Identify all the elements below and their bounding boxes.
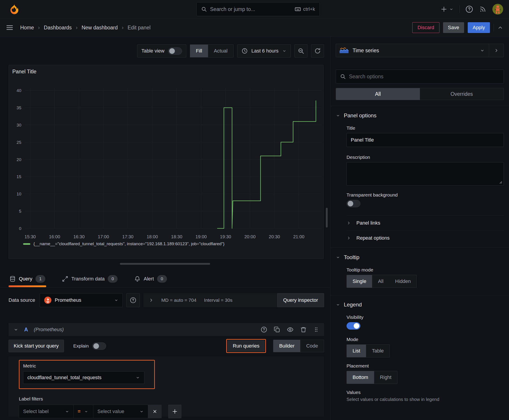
placement-right-option[interactable]: Right <box>374 371 397 384</box>
description-label: Description <box>347 155 504 160</box>
repeat-options-section[interactable]: Repeat options <box>347 231 504 246</box>
menu-icon[interactable] <box>6 24 14 31</box>
metric-highlight: Metric cloudflared_tunnel_total_requests <box>19 360 155 389</box>
fill-option[interactable]: Fill <box>190 45 208 57</box>
query-inspector-button[interactable]: Query inspector <box>277 293 324 307</box>
legend-series-dash[interactable] <box>23 243 30 245</box>
remove-filter-button[interactable] <box>148 405 162 418</box>
tooltip-all-option[interactable]: All <box>372 275 389 288</box>
select-label-dropdown[interactable]: Select label <box>19 405 74 418</box>
explain-label: Explain <box>73 343 89 349</box>
transform-count-badge: 0 <box>108 275 118 283</box>
panel-options-title: Panel options <box>344 112 376 119</box>
panel-title-input[interactable] <box>347 133 504 147</box>
scrollbar-thumb[interactable] <box>326 208 328 227</box>
global-search-input[interactable]: Search or jump to... ctrl+k <box>196 2 320 16</box>
select-value-dropdown[interactable]: Select value <box>93 405 148 418</box>
run-queries-button[interactable]: Run queries <box>228 340 265 352</box>
operator-dropdown[interactable]: = <box>74 405 93 418</box>
help-icon[interactable] <box>465 5 473 13</box>
eye-icon[interactable] <box>287 326 294 333</box>
actual-option[interactable]: Actual <box>208 45 233 57</box>
panel-toolbar: Table view Fill Actual Last 6 hours <box>0 45 324 57</box>
kick-start-query-button[interactable]: Kick start your query <box>8 340 64 352</box>
svg-text:15:30: 15:30 <box>24 234 36 239</box>
overrides-tab[interactable]: Overrides <box>420 88 504 100</box>
breadcrumb-dashboards[interactable]: Dashboards <box>44 25 72 31</box>
apply-button[interactable]: Apply <box>468 22 490 33</box>
builder-option[interactable]: Builder <box>273 340 300 352</box>
query-a-header[interactable]: A (Prometheus) <box>8 323 324 336</box>
svg-text:15: 15 <box>17 174 21 179</box>
breadcrumb-new-dashboard[interactable]: New dashboard <box>82 25 118 31</box>
datasource-help-button[interactable] <box>126 293 140 307</box>
code-option[interactable]: Code <box>300 340 324 352</box>
svg-text:16:00: 16:00 <box>49 234 60 239</box>
svg-text:40: 40 <box>17 88 21 93</box>
breadcrumb-bar: Home › Dashboards › New dashboard › Edit… <box>0 19 509 37</box>
legend-table-option[interactable]: Table <box>366 345 390 357</box>
zoom-out-button[interactable] <box>295 45 307 57</box>
transform-icon <box>62 276 68 282</box>
keyboard-icon <box>295 6 301 12</box>
tooltip-section-header[interactable]: Tooltip <box>336 254 504 261</box>
interval-value: Interval = 30s <box>204 298 233 303</box>
viz-type-label: Time series <box>353 48 379 54</box>
collapse-options-button[interactable] <box>489 44 504 57</box>
legend-visibility-toggle[interactable] <box>347 322 360 330</box>
max-datapoints-value: MD = auto = 704 <box>161 298 196 303</box>
explain-toggle[interactable] <box>92 342 106 350</box>
clock-icon <box>242 48 248 54</box>
discard-button[interactable]: Discard <box>412 22 440 33</box>
trash-icon[interactable] <box>300 326 307 333</box>
description-textarea[interactable] <box>347 162 504 186</box>
prometheus-icon <box>44 296 52 304</box>
news-rss-icon[interactable] <box>479 5 486 13</box>
visualization-picker[interactable]: Time series <box>336 44 504 57</box>
refresh-icon <box>314 48 321 54</box>
tab-transform-data[interactable]: Transform data 0 <box>61 270 119 288</box>
transparent-bg-toggle[interactable] <box>347 200 360 207</box>
help-icon[interactable] <box>261 326 267 333</box>
legend-list-option[interactable]: List <box>347 345 366 357</box>
drag-handle-icon[interactable] <box>313 327 319 332</box>
svg-text:19:30: 19:30 <box>220 234 231 239</box>
grafana-logo-icon[interactable] <box>8 3 21 15</box>
placement-bottom-option[interactable]: Bottom <box>347 371 374 384</box>
breadcrumb-separator-icon: › <box>76 24 77 31</box>
chevron-down-icon <box>336 113 340 118</box>
tooltip-single-option[interactable]: Single <box>347 275 372 288</box>
time-series-chart[interactable]: 051015202530354015:3016:0016:3017:0017:3… <box>9 65 323 259</box>
plus-icon <box>172 409 178 414</box>
chevron-down-icon[interactable] <box>14 327 18 332</box>
svg-text:20: 20 <box>17 157 21 162</box>
panel-options-section-header[interactable]: Panel options <box>336 112 504 119</box>
legend-series-label[interactable]: {__name__="cloudflared_tunnel_total_requ… <box>33 241 224 246</box>
close-icon <box>152 409 157 414</box>
legend-section-header[interactable]: Legend <box>336 301 504 308</box>
chevron-up-icon[interactable] <box>497 25 503 30</box>
tooltip-hidden-option[interactable]: Hidden <box>389 275 417 288</box>
metric-select[interactable]: cloudflared_tunnel_total_requests <box>23 371 144 384</box>
svg-text:25: 25 <box>17 140 21 145</box>
tab-alert[interactable]: Alert 0 <box>133 270 168 288</box>
datasource-picker[interactable]: Prometheus <box>40 293 123 307</box>
resize-corner-icon[interactable] <box>498 180 502 184</box>
search-options-input[interactable] <box>349 74 500 80</box>
breadcrumb-home[interactable]: Home <box>20 25 34 31</box>
chevron-right-icon <box>494 48 499 53</box>
all-tab[interactable]: All <box>336 88 420 100</box>
new-menu-button[interactable] <box>441 6 454 13</box>
user-avatar[interactable] <box>492 4 503 15</box>
chevron-right-icon[interactable] <box>149 298 154 303</box>
add-filter-button[interactable] <box>168 405 181 418</box>
time-range-picker[interactable]: Last 6 hours <box>237 45 291 57</box>
panel-links-section[interactable]: Panel links <box>347 216 504 230</box>
save-button[interactable]: Save <box>443 22 464 33</box>
panel-resize-handle[interactable] <box>120 263 210 265</box>
refresh-button[interactable] <box>311 45 324 57</box>
tab-query[interactable]: Query 1 <box>8 270 46 288</box>
table-view-toggle[interactable] <box>168 47 182 55</box>
duplicate-icon[interactable] <box>274 326 280 333</box>
top-navbar: Search or jump to... ctrl+k <box>0 0 509 19</box>
